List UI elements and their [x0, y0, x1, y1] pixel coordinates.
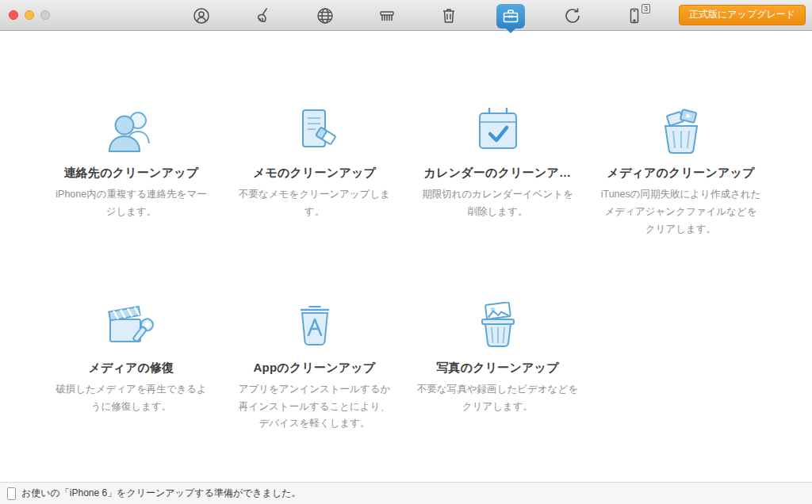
web-toolbar-button[interactable] [311, 3, 339, 29]
feature-desc: iTunesの同期失敗により作成されたメディアジャンクファイルなどをクリアします… [592, 186, 769, 239]
feature-card-calendar-cleanup[interactable]: カレンダーのクリーンア… 期限切れのカレンダーイベントを削除します。 [409, 97, 586, 239]
media-cleanup-icon [652, 107, 710, 156]
device-badge: 3 [642, 4, 650, 13]
device-status-icon [7, 487, 16, 500]
traffic-lights [9, 10, 50, 20]
cleaning-brush-toolbar-button[interactable] [249, 3, 278, 29]
feature-desc: 破損したメディアを再生できるように修復します。 [43, 381, 220, 416]
feature-desc: 不要な写真や録画したビデオなどをクリアします。 [409, 381, 586, 416]
media-repair-icon [102, 302, 161, 351]
app-cleanup-icon [285, 302, 344, 351]
toolbar: 3 [163, 0, 649, 30]
statusbar: お使いの「iPhone 6」をクリーンアップする準備ができました。 [0, 482, 812, 504]
status-message: お使いの「iPhone 6」をクリーンアップする準備ができました。 [21, 487, 301, 500]
feature-card-app-cleanup[interactable]: Appのクリーンアップ アプリをアンインストールするか再インストールすることによ… [226, 292, 403, 433]
feature-title: 写真のクリーンアップ [409, 361, 586, 376]
feature-card-photo-cleanup[interactable]: 写真のクリーンアップ 不要な写真や録画したビデオなどをクリアします。 [409, 292, 586, 433]
feature-desc: iPhone内の重複する連絡先をマージします。 [43, 186, 220, 221]
restore-toolbar-button[interactable] [558, 3, 587, 29]
contacts-cleanup-icon [102, 107, 161, 156]
feature-title: 連絡先のクリーンアップ [43, 166, 220, 181]
feature-desc: アプリをアンインストールするか再インストールすることにより、デバイスを軽くします… [226, 381, 403, 433]
titlebar: 3 正式版にアップグレード [0, 0, 812, 31]
feature-grid: 連絡先のクリーンアップ iPhone内の重複する連絡先をマージします。 メモのク [43, 31, 769, 433]
comb-icon [377, 6, 396, 25]
web-icon [316, 6, 335, 25]
zoom-button[interactable] [40, 10, 50, 20]
feature-title: カレンダーのクリーンア… [409, 166, 586, 181]
feature-desc: 期限切れのカレンダーイベントを削除します。 [409, 186, 586, 221]
trash-toolbar-button[interactable] [435, 3, 463, 29]
feature-title: メディアの修復 [43, 361, 220, 376]
cleaning-brush-icon [254, 6, 273, 25]
minimize-button[interactable] [25, 10, 34, 20]
upgrade-button[interactable]: 正式版にアップグレード [679, 5, 806, 25]
feature-card-contacts-cleanup[interactable]: 連絡先のクリーンアップ iPhone内の重複する連絡先をマージします。 [43, 97, 220, 239]
feature-title: メディアのクリーンアップ [592, 166, 769, 181]
feature-card-media-cleanup[interactable]: メディアのクリーンアップ iTunesの同期失敗により作成されたメディアジャンク… [592, 97, 769, 239]
feature-card-media-repair[interactable]: メディアの修復 破損したメディアを再生できるように修復します。 [43, 292, 220, 433]
calendar-cleanup-icon [469, 107, 527, 156]
feature-title: Appのクリーンアップ [226, 361, 403, 376]
toolbox-toolbar-button[interactable] [496, 4, 525, 29]
feature-card-notes-cleanup[interactable]: メモのクリーンアップ 不要なメモをクリーンアップします。 [226, 97, 403, 239]
contacts-toolbar-button[interactable] [187, 3, 216, 29]
comb-toolbar-button[interactable] [373, 3, 401, 29]
notes-cleanup-icon [285, 107, 344, 156]
main-content: 連絡先のクリーンアップ iPhone内の重複する連絡先をマージします。 メモのク [0, 31, 812, 482]
app-window: 3 正式版にアップグレード 連絡先のクリーンアップ iPhone内の重複する連絡… [0, 0, 812, 504]
feature-title: メモのクリーンアップ [226, 166, 403, 181]
device-toolbar-button[interactable]: 3 [620, 3, 649, 29]
photo-cleanup-icon [469, 302, 527, 351]
close-button[interactable] [9, 10, 18, 20]
trash-icon [439, 6, 458, 25]
contacts-icon [192, 6, 211, 25]
toolbox-icon [501, 6, 520, 25]
feature-desc: 不要なメモをクリーンアップします。 [226, 186, 403, 221]
restore-icon [563, 6, 582, 25]
